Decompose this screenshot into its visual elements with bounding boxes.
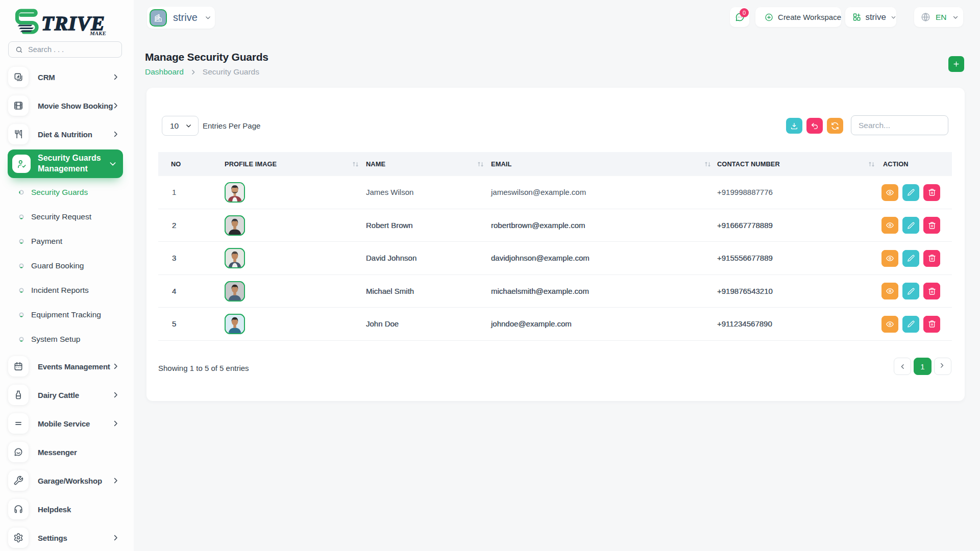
svg-text:MAKE: MAKE (89, 30, 106, 36)
